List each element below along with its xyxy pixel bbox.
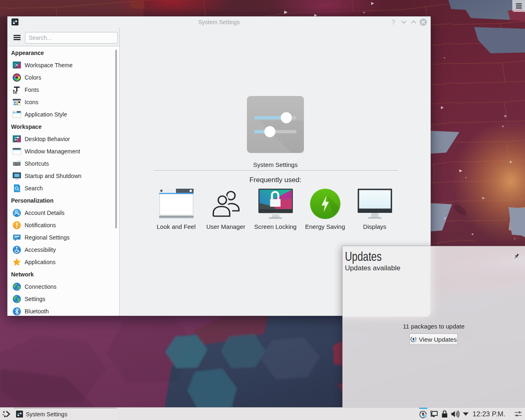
svg-text:?: ? xyxy=(392,19,395,26)
